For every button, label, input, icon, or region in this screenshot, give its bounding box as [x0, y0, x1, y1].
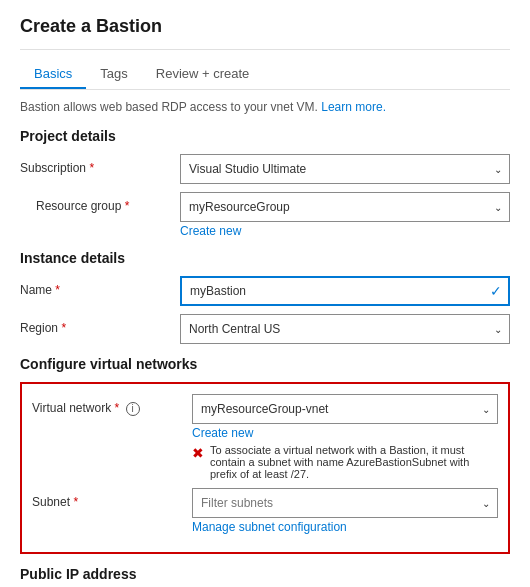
vnet-error-message: ✖ To associate a virtual network with a …: [192, 444, 498, 480]
region-group: Region * North Central US ⌄: [20, 314, 510, 344]
resource-group-dropdown[interactable]: myResourceGroup: [180, 192, 510, 222]
name-input-wrapper: ✓: [180, 276, 510, 306]
region-dropdown[interactable]: North Central US: [180, 314, 510, 344]
vnet-create-new-link[interactable]: Create new: [192, 426, 253, 440]
name-check-icon: ✓: [490, 283, 502, 299]
manage-subnet-link[interactable]: Manage subnet configuration: [192, 520, 347, 534]
resource-group-group: Resource group * myResourceGroup ⌄ Creat…: [20, 192, 510, 238]
page-description: Bastion allows web based RDP access to y…: [20, 100, 510, 114]
subscription-dropdown[interactable]: Visual Studio Ultimate: [180, 154, 510, 184]
region-label: Region *: [20, 314, 180, 335]
vnet-label: Virtual network * i: [32, 394, 192, 416]
subscription-label: Subscription *: [20, 154, 180, 175]
tab-tags[interactable]: Tags: [86, 60, 141, 89]
subscription-control: Visual Studio Ultimate ⌄: [180, 154, 510, 184]
vnet-section-title: Configure virtual networks: [20, 356, 510, 372]
subnet-label: Subnet *: [32, 488, 192, 509]
tab-review-create[interactable]: Review + create: [142, 60, 264, 89]
resource-group-label: Resource group *: [20, 192, 180, 213]
name-control: ✓: [180, 276, 510, 306]
name-group: Name * ✓: [20, 276, 510, 306]
subnet-control: ⌄ Manage subnet configuration: [192, 488, 498, 534]
region-control: North Central US ⌄: [180, 314, 510, 344]
name-input[interactable]: [180, 276, 510, 306]
page-title: Create a Bastion: [20, 16, 510, 37]
resource-group-dropdown-container: myResourceGroup ⌄: [180, 192, 510, 222]
subnet-filter-input[interactable]: [192, 488, 498, 518]
public-ip-title: Public IP address: [20, 566, 510, 582]
learn-more-link[interactable]: Learn more.: [321, 100, 386, 114]
vnet-control: myResourceGroup-vnet ⌄ Create new ✖ To a…: [192, 394, 498, 480]
subnet-group: Subnet * ⌄ Manage subnet configuration: [32, 488, 498, 534]
vnet-info-icon[interactable]: i: [126, 402, 140, 416]
vnet-dropdown-container: myResourceGroup-vnet ⌄: [192, 394, 498, 424]
project-details-title: Project details: [20, 128, 510, 144]
vnet-group: Virtual network * i myResourceGroup-vnet…: [32, 394, 498, 480]
vnet-highlighted-box: Virtual network * i myResourceGroup-vnet…: [20, 382, 510, 554]
subscription-group: Subscription * Visual Studio Ultimate ⌄: [20, 154, 510, 184]
project-details-section: Project details Subscription * Visual St…: [20, 128, 510, 238]
divider: [20, 49, 510, 50]
tab-basics[interactable]: Basics: [20, 60, 86, 89]
subscription-dropdown-container: Visual Studio Ultimate ⌄: [180, 154, 510, 184]
vnet-section: Configure virtual networks Virtual netwo…: [20, 356, 510, 554]
resource-group-control: myResourceGroup ⌄ Create new: [180, 192, 510, 238]
name-label: Name *: [20, 276, 180, 297]
region-dropdown-container: North Central US ⌄: [180, 314, 510, 344]
public-ip-section: Public IP address Public IP address * i …: [20, 566, 510, 587]
instance-details-title: Instance details: [20, 250, 510, 266]
instance-details-section: Instance details Name * ✓ Region * North…: [20, 250, 510, 344]
tab-bar: Basics Tags Review + create: [20, 60, 510, 90]
vnet-dropdown[interactable]: myResourceGroup-vnet: [192, 394, 498, 424]
vnet-error-icon: ✖: [192, 445, 204, 461]
subnet-filter-container: ⌄: [192, 488, 498, 518]
resource-group-create-new-link[interactable]: Create new: [180, 224, 241, 238]
